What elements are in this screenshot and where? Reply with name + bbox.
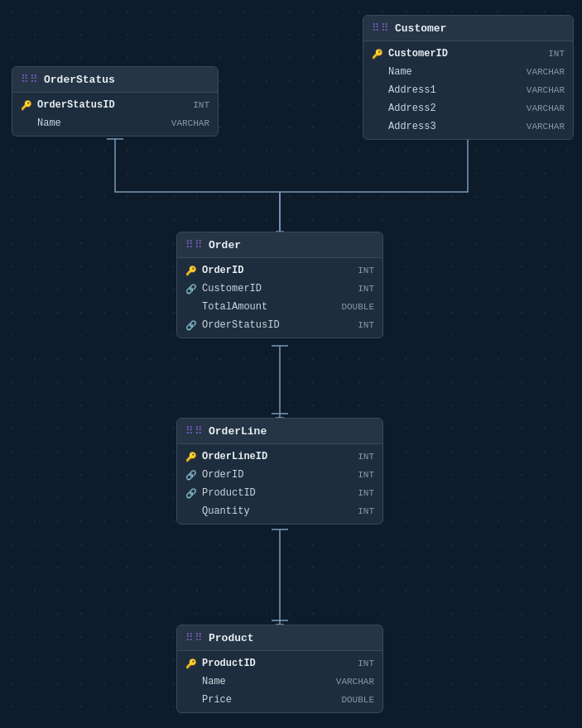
field-name: CustomerID <box>202 283 353 295</box>
table-order[interactable]: ⠿⠿ Order 🔑 OrderID INT 🔗 CustomerID INT … <box>176 232 383 338</box>
table-row: Address1 VARCHAR <box>363 81 573 99</box>
field-name: TotalAmount <box>202 301 336 313</box>
table-row: 🔑 ProductID INT <box>177 654 382 673</box>
field-type: INT <box>358 284 374 294</box>
field-name: OrderStatusID <box>37 99 188 111</box>
table-row: 🔗 CustomerID INT <box>177 280 382 298</box>
field-name: CustomerID <box>388 48 543 60</box>
field-type: INT <box>358 266 374 275</box>
table-orderstatus-title: OrderStatus <box>44 74 115 86</box>
table-row: 🔗 OrderID INT <box>177 466 382 484</box>
field-type: DOUBLE <box>341 695 374 705</box>
table-row: Address2 VARCHAR <box>363 99 573 117</box>
field-name: OrderID <box>202 469 353 481</box>
fk-icon: 🔗 <box>185 488 197 499</box>
table-row: 🔑 OrderStatusID INT <box>12 96 218 114</box>
table-orderline-body: 🔑 OrderLineID INT 🔗 OrderID INT 🔗 Produc… <box>177 444 382 524</box>
table-order-header: ⠿⠿ Order <box>177 232 382 258</box>
fk-icon: 🔗 <box>185 470 197 481</box>
field-name: Name <box>388 66 522 78</box>
table-product-header: ⠿⠿ Product <box>177 625 382 651</box>
table-orderstatus[interactable]: ⠿⠿ OrderStatus 🔑 OrderStatusID INT Name … <box>12 66 219 136</box>
field-name: ProductID <box>202 487 353 499</box>
table-row: 🔑 CustomerID INT <box>363 45 573 63</box>
field-name: Name <box>37 117 166 129</box>
table-row: Name VARCHAR <box>12 114 218 132</box>
field-type: INT <box>358 320 374 330</box>
fk-icon: 🔗 <box>185 284 197 295</box>
table-customer[interactable]: ⠿⠿ Customer 🔑 CustomerID INT Name VARCHA… <box>363 15 574 140</box>
field-type: INT <box>358 452 374 462</box>
grip-icon: ⠿⠿ <box>21 73 39 86</box>
table-product-body: 🔑 ProductID INT Name VARCHAR Price DOUBL… <box>177 651 382 712</box>
table-customer-title: Customer <box>395 22 446 35</box>
field-type: INT <box>358 470 374 480</box>
table-row: 🔑 OrderLineID INT <box>177 448 382 466</box>
field-name: OrderStatusID <box>202 319 353 331</box>
field-name: Address1 <box>388 84 522 96</box>
diagram-canvas: ⠿⠿ OrderStatus 🔑 OrderStatusID INT Name … <box>0 0 582 728</box>
field-name: OrderLineID <box>202 451 353 462</box>
field-name: Quantity <box>202 505 353 517</box>
table-customer-body: 🔑 CustomerID INT Name VARCHAR Address1 V… <box>363 41 573 139</box>
table-product[interactable]: ⠿⠿ Product 🔑 ProductID INT Name VARCHAR … <box>176 625 383 713</box>
field-type: VARCHAR <box>527 122 565 132</box>
table-row: Name VARCHAR <box>177 673 382 691</box>
table-row: 🔑 OrderID INT <box>177 261 382 280</box>
field-type: VARCHAR <box>171 118 209 128</box>
key-icon: 🔑 <box>185 452 197 462</box>
table-orderstatus-header: ⠿⠿ OrderStatus <box>12 67 218 93</box>
field-type: INT <box>358 488 374 498</box>
table-row: TotalAmount DOUBLE <box>177 298 382 316</box>
table-order-body: 🔑 OrderID INT 🔗 CustomerID INT TotalAmou… <box>177 258 382 338</box>
grip-icon: ⠿⠿ <box>185 631 204 644</box>
table-order-title: Order <box>209 239 241 251</box>
field-name: Address2 <box>388 103 522 114</box>
field-type: VARCHAR <box>527 103 565 113</box>
field-name: Address3 <box>388 121 522 132</box>
table-row: Quantity INT <box>177 502 382 520</box>
table-row: 🔗 OrderStatusID INT <box>177 316 382 334</box>
field-type: VARCHAR <box>527 67 565 77</box>
table-row: Address3 VARCHAR <box>363 117 573 136</box>
table-orderline[interactable]: ⠿⠿ OrderLine 🔑 OrderLineID INT 🔗 OrderID… <box>176 418 383 524</box>
field-type: VARCHAR <box>336 677 374 687</box>
table-orderstatus-body: 🔑 OrderStatusID INT Name VARCHAR <box>12 93 218 136</box>
grip-icon: ⠿⠿ <box>185 424 204 438</box>
field-type: DOUBLE <box>341 302 374 312</box>
table-orderline-header: ⠿⠿ OrderLine <box>177 419 382 444</box>
key-icon: 🔑 <box>185 266 197 276</box>
table-orderline-title: OrderLine <box>209 425 267 438</box>
key-icon: 🔑 <box>21 100 32 111</box>
table-row: Name VARCHAR <box>363 63 573 81</box>
field-type: INT <box>193 100 209 110</box>
fk-icon: 🔗 <box>185 320 197 331</box>
field-name: Price <box>202 694 336 706</box>
field-name: Name <box>202 676 331 687</box>
table-row: Price DOUBLE <box>177 691 382 709</box>
grip-icon: ⠿⠿ <box>372 22 390 35</box>
field-type: INT <box>358 506 374 516</box>
field-name: OrderID <box>202 265 353 276</box>
table-product-title: Product <box>209 632 254 644</box>
table-row: 🔗 ProductID INT <box>177 484 382 502</box>
field-type: INT <box>548 49 565 59</box>
grip-icon: ⠿⠿ <box>185 238 204 251</box>
field-type: VARCHAR <box>527 85 565 95</box>
key-icon: 🔑 <box>372 49 383 60</box>
key-icon: 🔑 <box>185 659 197 669</box>
field-name: ProductID <box>202 658 353 669</box>
table-customer-header: ⠿⠿ Customer <box>363 16 573 41</box>
field-type: INT <box>358 659 374 668</box>
